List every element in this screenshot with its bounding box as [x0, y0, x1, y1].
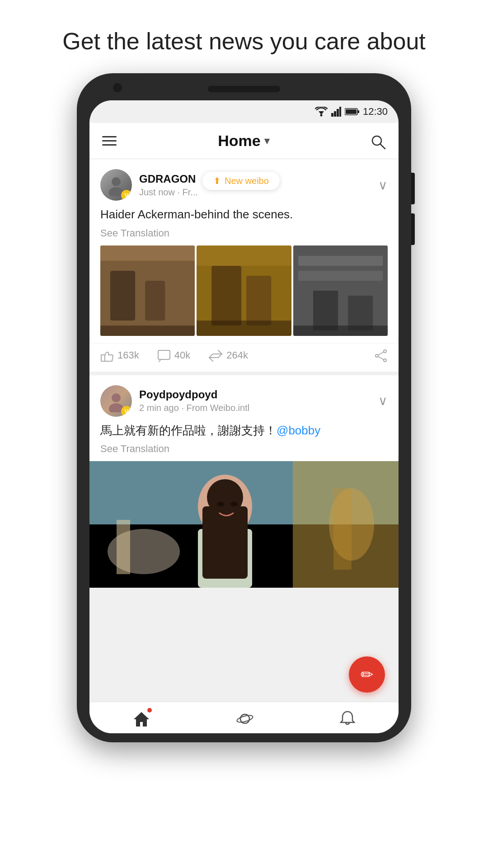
svg-point-9 — [372, 136, 381, 145]
status-bar: 12:30 — [89, 100, 399, 123]
svg-rect-42 — [117, 520, 130, 574]
verified-badge: V — [121, 190, 132, 201]
svg-rect-21 — [197, 321, 291, 336]
post-dropdown-icon-2[interactable]: ∨ — [378, 393, 388, 408]
post-text-content-2: 馬上就有新的作品啦，謝謝支持！ — [100, 424, 277, 437]
post-single-image-svg — [89, 461, 399, 588]
post-avatar[interactable]: V — [100, 169, 132, 201]
reposts-action[interactable]: 264k — [208, 348, 248, 363]
svg-point-47 — [217, 502, 224, 506]
comments-count: 40k — [174, 349, 190, 361]
post-text: Haider Ackerman-behind the scenes. — [89, 206, 399, 227]
repost-icon — [208, 348, 223, 363]
svg-rect-20 — [247, 276, 272, 326]
post-mention[interactable]: @bobby — [277, 424, 320, 437]
post-avatar-2[interactable]: V — [100, 385, 132, 417]
svg-rect-50 — [333, 488, 352, 570]
home-notification-dot — [147, 708, 152, 712]
explore-nav-icon — [236, 709, 253, 726]
nav-bar: Home ▾ — [89, 123, 399, 159]
nav-explore-item[interactable] — [236, 709, 253, 726]
vol-up-button — [411, 173, 415, 204]
bottom-nav — [89, 702, 399, 733]
post-image-single[interactable] — [89, 461, 399, 588]
see-translation-1[interactable]: See Translation — [89, 227, 399, 245]
comments-action[interactable]: 40k — [157, 348, 190, 363]
svg-line-33 — [378, 352, 384, 355]
post-image-1[interactable] — [100, 245, 195, 336]
notifications-nav-icon — [340, 709, 355, 727]
search-icon[interactable] — [371, 132, 386, 150]
status-time: 12:30 — [363, 106, 388, 118]
svg-rect-2 — [331, 113, 333, 117]
post-image-2[interactable] — [197, 245, 291, 336]
svg-line-34 — [378, 357, 384, 360]
compose-fab-button[interactable]: ✏ — [349, 656, 385, 693]
battery-icon — [345, 108, 359, 116]
home-title-label: Home — [218, 132, 260, 150]
post-username-2: Poydpoydpoyd — [139, 388, 378, 401]
post-card: V GDRAGON Just now · Fr... ∨ ⬆ — [89, 159, 399, 371]
post-dropdown-icon[interactable]: ∨ — [378, 178, 388, 193]
share-action[interactable] — [374, 348, 388, 363]
post-time-source-2: 2 min ago · From Weibo.intl — [139, 403, 378, 413]
svg-point-32 — [384, 359, 386, 362]
svg-rect-29 — [158, 350, 170, 359]
reposts-count: 264k — [226, 349, 248, 361]
svg-rect-24 — [298, 256, 383, 266]
svg-rect-17 — [100, 245, 195, 261]
post-header: V GDRAGON Just now · Fr... ∨ ⬆ — [89, 159, 399, 206]
new-weibo-label: New weibo — [225, 176, 269, 186]
svg-point-35 — [112, 393, 121, 402]
svg-point-11 — [112, 177, 121, 186]
svg-rect-46 — [202, 506, 248, 579]
nav-notifications-item[interactable] — [340, 709, 355, 727]
svg-rect-14 — [110, 271, 135, 321]
compose-icon: ✏ — [361, 665, 373, 684]
page-headline: Get the latest news you care about — [0, 0, 488, 73]
verified-badge-2: V — [121, 406, 132, 417]
see-translation-2[interactable]: See Translation — [89, 443, 399, 461]
svg-rect-8 — [346, 109, 357, 114]
svg-point-30 — [384, 350, 386, 353]
svg-rect-5 — [339, 107, 341, 117]
post-image-grid — [100, 245, 388, 336]
svg-rect-4 — [337, 109, 339, 117]
new-weibo-arrow-icon: ⬆ — [213, 175, 221, 186]
status-icons: 12:30 — [315, 106, 388, 118]
likes-action[interactable]: 163k — [100, 348, 139, 363]
likes-count: 163k — [117, 349, 139, 361]
phone-speaker — [208, 86, 280, 92]
dropdown-arrow-icon: ▾ — [264, 135, 269, 147]
svg-rect-27 — [348, 296, 373, 330]
post-image-3[interactable] — [293, 245, 388, 336]
post-header-2: V Poydpoydpoyd 2 min ago · From Weibo.in… — [89, 375, 399, 422]
post-meta-2: Poydpoydpoyd 2 min ago · From Weibo.intl — [139, 388, 378, 413]
phone-frame: 12:30 Home ▾ — [77, 73, 411, 742]
nav-home-item[interactable] — [133, 709, 150, 726]
svg-rect-7 — [357, 110, 359, 113]
wifi-icon — [315, 107, 328, 117]
nav-title[interactable]: Home ▾ — [218, 132, 269, 150]
vol-down-button — [411, 213, 415, 245]
like-icon — [100, 348, 114, 363]
phone-wrapper: 12:30 Home ▾ — [77, 73, 411, 742]
svg-point-48 — [230, 502, 238, 506]
home-nav-icon — [133, 709, 150, 726]
new-weibo-badge[interactable]: ⬆ New weibo — [202, 172, 280, 190]
svg-line-10 — [380, 144, 385, 149]
feed-content: V GDRAGON Just now · Fr... ∨ ⬆ — [89, 159, 399, 702]
post-text-2: 馬上就有新的作品啦，謝謝支持！@bobby — [89, 422, 399, 443]
svg-rect-3 — [334, 111, 336, 117]
comment-icon — [157, 348, 171, 363]
page-container: Get the latest news you care about — [0, 0, 488, 742]
hamburger-menu-icon[interactable] — [102, 136, 117, 146]
post-card-2: V Poydpoydpoyd 2 min ago · From Weibo.in… — [89, 375, 399, 588]
svg-rect-25 — [298, 271, 383, 281]
svg-marker-51 — [134, 712, 149, 726]
svg-rect-19 — [211, 266, 241, 326]
svg-point-53 — [236, 714, 253, 724]
phone-screen: 12:30 Home ▾ — [89, 100, 399, 733]
svg-rect-16 — [100, 326, 195, 336]
svg-rect-15 — [145, 281, 165, 321]
